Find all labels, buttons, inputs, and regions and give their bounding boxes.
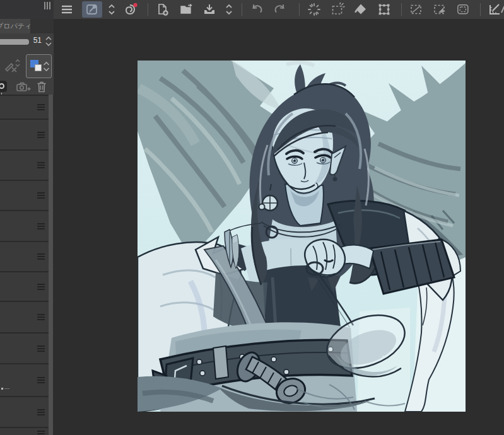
layer-row[interactable] — [0, 210, 49, 241]
pen-cross-icon — [3, 57, 22, 75]
chevron-up-down-icon — [44, 35, 53, 49]
layer-row[interactable] — [0, 396, 49, 427]
paint-bucket-icon — [353, 2, 368, 17]
opacity-stepper[interactable] — [44, 35, 53, 51]
layer-grip-icon[interactable] — [37, 104, 45, 110]
panel-header-strip — [0, 0, 54, 19]
new-canvas-button[interactable] — [155, 2, 171, 17]
swirl-logo-icon — [123, 3, 138, 16]
menu-button[interactable] — [59, 2, 75, 17]
layer-row[interactable] — [0, 119, 49, 149]
layer-grip-icon[interactable] — [37, 284, 45, 290]
deselect-button[interactable] — [306, 2, 322, 17]
tab-strip-filler — [30, 19, 54, 33]
properties-tab-label: プロパティ — [0, 19, 30, 33]
camera-plus-icon — [15, 80, 32, 94]
dashed-box-burst-icon — [330, 2, 345, 17]
artwork-illustration — [138, 61, 466, 412]
partial-swatch-icon[interactable] — [0, 81, 7, 92]
fill-button[interactable] — [353, 2, 369, 17]
layer-grip-icon[interactable] — [37, 132, 45, 138]
layer-row[interactable] — [0, 301, 49, 332]
tool-property-panel: 51 — [0, 33, 54, 95]
color-stepper[interactable] — [42, 60, 50, 76]
layer-grip-icon[interactable] — [37, 223, 45, 229]
select-from-layer-button[interactable] — [431, 2, 448, 17]
save-button[interactable] — [201, 2, 218, 17]
canvas-viewport[interactable] — [54, 19, 504, 435]
layer-row[interactable] — [0, 95, 49, 119]
toolbar-separator — [401, 3, 402, 16]
command-bar-buttons — [54, 0, 504, 19]
save-variant-stepper[interactable] — [225, 2, 233, 17]
layer-list-scrollbar[interactable] — [49, 95, 53, 435]
select-none-button[interactable] — [408, 2, 425, 17]
dashed-box-triangle-icon — [432, 2, 447, 17]
layer-row[interactable] — [0, 241, 49, 271]
clip-studio-button[interactable] — [122, 2, 139, 17]
eyedropper-icon — [85, 3, 99, 16]
opacity-value: 51 — [28, 36, 42, 45]
layer-grip-icon[interactable] — [37, 345, 45, 352]
undo-arrow-icon — [250, 3, 264, 16]
open-folder-icon — [179, 3, 194, 16]
chevron-up-down-icon — [108, 3, 115, 16]
layer-row[interactable] — [0, 149, 49, 180]
undo-button[interactable] — [249, 2, 265, 17]
layer-actions-row — [0, 80, 54, 95]
layer-grip-icon[interactable] — [37, 409, 45, 415]
app-window: 海賊* (1317 x 1418px 72dpi 64.2%) プロパティ 51 — [0, 0, 504, 435]
redo-button[interactable] — [272, 2, 288, 17]
layer-row[interactable]: — — [0, 363, 49, 396]
toolbar-separator — [299, 3, 300, 16]
notification-badge — [133, 3, 137, 7]
dashed-box-slash-icon — [409, 2, 424, 17]
burst-icon — [307, 2, 322, 17]
left-panel: プロパティ 51 — [0, 19, 54, 435]
redo-arrow-icon — [273, 3, 287, 16]
rounded-dashed-box-icon — [455, 2, 471, 17]
partial-icon-right-edge — [501, 3, 504, 18]
opacity-slider[interactable] — [0, 39, 29, 45]
command-bar — [0, 0, 504, 19]
layer-grip-icon[interactable] — [37, 431, 45, 435]
reselect-button[interactable] — [329, 2, 346, 17]
layer-grip-icon[interactable] — [37, 162, 45, 168]
transform-button[interactable] — [376, 2, 392, 17]
property-buttons-row — [0, 53, 54, 79]
save-tray-icon — [202, 3, 216, 16]
tab-properties[interactable]: プロパティ — [0, 19, 30, 33]
truncated-layer-label: — — [1, 386, 9, 390]
layer-grip-icon[interactable] — [37, 253, 45, 260]
secondary-color-swatch — [35, 64, 42, 71]
layer-row[interactable] — [0, 271, 49, 301]
toolbar-separator — [148, 3, 148, 16]
layer-row[interactable] — [0, 427, 49, 435]
blend-mode-button[interactable] — [1, 55, 24, 78]
active-tool-button[interactable] — [82, 1, 102, 18]
menu-icon — [60, 3, 74, 16]
chevron-up-down-icon — [42, 60, 50, 74]
chevron-up-down-icon — [225, 3, 233, 16]
layer-grip-icon[interactable] — [37, 377, 45, 383]
layer-grip-icon[interactable] — [37, 192, 45, 199]
layer-row[interactable] — [0, 180, 49, 210]
paint-color-button[interactable] — [26, 54, 52, 78]
tool-variant-stepper[interactable] — [107, 2, 116, 17]
panel-drag-handle-icon[interactable] — [44, 2, 50, 9]
new-document-icon — [156, 3, 170, 16]
toolbar-separator — [480, 3, 481, 16]
layer-list: — — [0, 95, 49, 435]
layer-grip-icon[interactable] — [37, 314, 45, 320]
open-file-button[interactable] — [178, 2, 194, 17]
trash-icon — [35, 80, 48, 94]
transform-handles-icon — [377, 2, 392, 17]
layer-row[interactable] — [0, 332, 49, 363]
select-area-button[interactable] — [455, 2, 471, 17]
toolbar-separator — [242, 3, 242, 16]
